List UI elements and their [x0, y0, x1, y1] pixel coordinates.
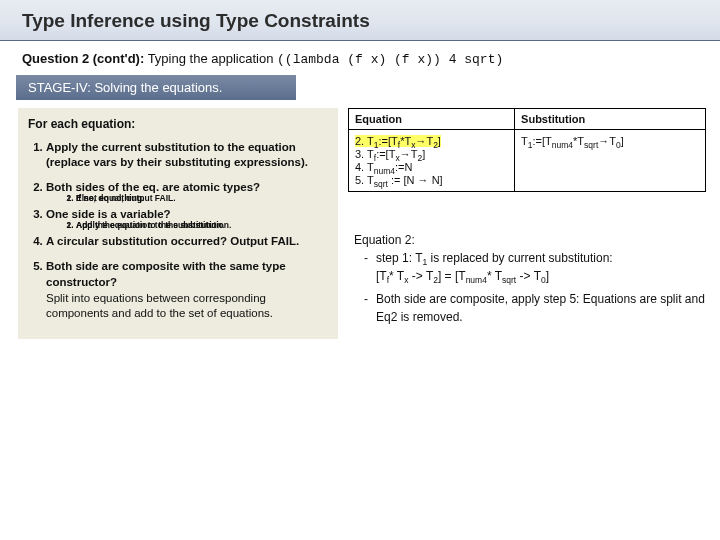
step-4: A circular substitution occurred? Output…	[46, 234, 328, 250]
stage-bar: STAGE-IV: Solving the equations.	[16, 75, 296, 100]
substitution-cell: T1:=[Tnum4*Tsqrt→T0]	[515, 130, 706, 192]
algorithm-panel: For each equation: Apply the current sub…	[18, 108, 338, 339]
notes-block: Equation 2: step 1: T1 is replaced by cu…	[348, 232, 706, 326]
question-code: ((lambda (f x) (f x)) 4 sqrt)	[277, 52, 503, 67]
title-bar: Type Inference using Type Constraints	[0, 0, 720, 41]
question-label: Question 2 (cont'd):	[22, 51, 144, 66]
equation-cell: 2. T1:=[Tf*Tx→T2] 3. Tf:=[Tx→T2] 4. Tnum…	[349, 130, 515, 192]
right-panel: Equation Substitution 2. T1:=[Tf*Tx→T2] …	[348, 108, 706, 339]
step-1: Apply the current substitution to the eq…	[46, 140, 328, 172]
step-5-extra: Split into equations between correspondi…	[46, 291, 328, 323]
notes-line-2: Both side are composite, apply step 5: E…	[362, 291, 706, 326]
col-equation: Equation	[349, 109, 515, 130]
for-each-heading: For each equation:	[28, 116, 328, 133]
stage-text: STAGE-IV: Solving the equations.	[28, 80, 222, 95]
question-lead: Typing the application	[148, 51, 274, 66]
notes-line-1: step 1: T1 is replaced by current substi…	[362, 250, 706, 285]
col-substitution: Substitution	[515, 109, 706, 130]
notes-head: Equation 2:	[354, 232, 706, 249]
question-line: Question 2 (cont'd): Typing the applicat…	[0, 41, 720, 75]
equation-table: Equation Substitution 2. T1:=[Tf*Tx→T2] …	[348, 108, 706, 192]
step-3: One side is a variable? Apply the equati…	[46, 207, 328, 225]
slide-title: Type Inference using Type Constraints	[22, 10, 698, 32]
step-2: Both sides of the eq. are atomic types? …	[46, 180, 328, 198]
step-5: Both side are composite with the same ty…	[46, 259, 328, 322]
